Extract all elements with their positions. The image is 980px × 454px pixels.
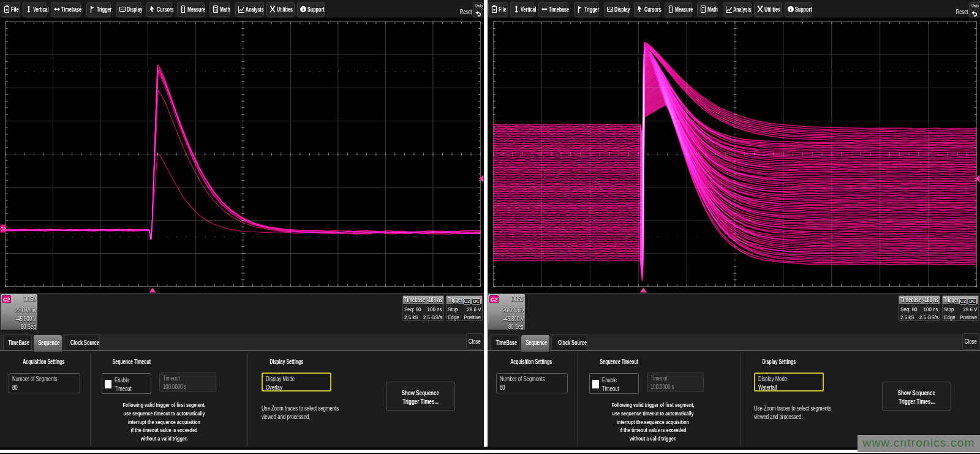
svg-text:C2: C2 (1, 227, 6, 231)
